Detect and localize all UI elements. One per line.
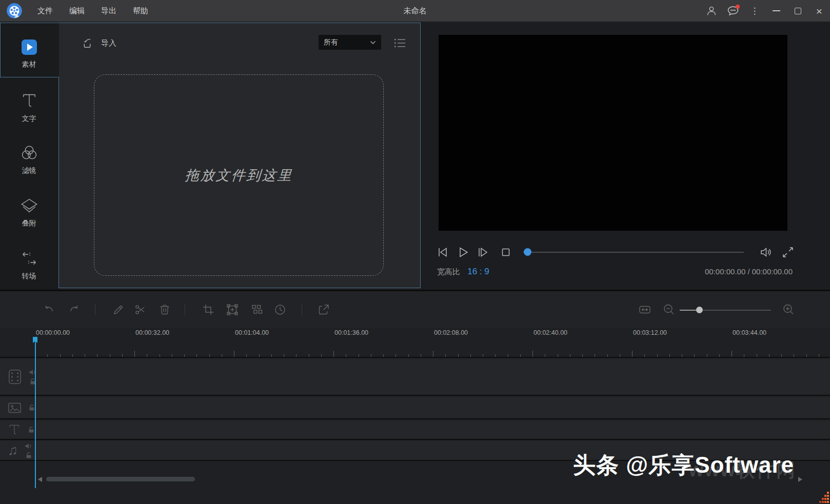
speaker-icon[interactable] <box>25 442 32 450</box>
user-account-button[interactable] <box>701 0 722 22</box>
menu-export[interactable]: 导出 <box>94 4 124 18</box>
chevron-down-icon <box>370 41 376 45</box>
export-clip-button[interactable] <box>317 303 330 316</box>
lock-open-icon[interactable] <box>28 426 35 433</box>
toolbar-divider <box>185 304 185 315</box>
aspect-ratio-value[interactable]: 16 : 9 <box>467 267 489 276</box>
zoom-in-button[interactable] <box>782 303 795 316</box>
corner-pixel-logo <box>819 491 830 504</box>
duration-button[interactable] <box>273 303 287 316</box>
previous-frame-button[interactable] <box>436 245 450 259</box>
user-icon <box>706 5 717 16</box>
active-tab-divider <box>0 77 59 77</box>
overlay-diamond-icon <box>20 197 38 214</box>
list-view-button[interactable] <box>393 37 406 51</box>
stop-button[interactable] <box>499 245 513 259</box>
list-view-icon <box>393 37 406 49</box>
lock-open-icon[interactable] <box>25 452 32 459</box>
play-icon <box>456 245 470 259</box>
minimize-button[interactable] <box>765 0 787 22</box>
delete-button[interactable] <box>158 303 171 316</box>
sidebar-item-text[interactable]: 文字 <box>0 83 58 132</box>
import-icon <box>82 37 94 49</box>
minimize-icon <box>773 10 780 11</box>
timecode: 00:00:00.00 / 00:00:00.00 <box>705 267 793 276</box>
ruler-timestamp: 00:01:04.00 <box>235 329 269 336</box>
cut-button[interactable] <box>134 303 147 316</box>
seek-handle[interactable] <box>524 248 531 256</box>
ruler-timestamp: 00:02:08.00 <box>434 329 468 336</box>
crop-icon <box>202 303 215 316</box>
seek-slider[interactable] <box>523 252 744 253</box>
ruler-timestamp: 00:00:00.00 <box>36 329 70 336</box>
sidebar: 素材 文字 滤镜 叠附 <box>0 22 59 290</box>
track-picture[interactable] <box>0 397 830 419</box>
edit-button[interactable] <box>112 303 125 316</box>
menu-edit[interactable]: 编辑 <box>62 4 92 18</box>
fit-timeline-button[interactable] <box>638 303 651 316</box>
scroll-left-arrow[interactable] <box>38 477 42 482</box>
stop-icon <box>499 245 513 259</box>
track-audio-header: ♫ <box>0 441 56 460</box>
track-text[interactable] <box>0 420 830 440</box>
close-icon: × <box>816 6 822 16</box>
text-t-icon <box>21 92 37 109</box>
timeline-zoom-handle[interactable] <box>696 307 703 313</box>
crop-button[interactable] <box>202 303 215 316</box>
ruler-timestamp: 00:01:36.00 <box>334 329 368 336</box>
ruler-timestamp: 00:03:12.00 <box>633 329 667 336</box>
fullscreen-icon <box>781 245 795 259</box>
sidebar-item-overlay[interactable]: 叠附 <box>0 188 58 237</box>
lock-open-icon[interactable] <box>28 404 35 411</box>
transform-button[interactable] <box>226 303 239 316</box>
redo-button[interactable] <box>67 303 81 316</box>
menu-bar: 文件 编辑 导出 帮助 <box>30 4 155 18</box>
import-button[interactable]: 导入 <box>82 37 116 49</box>
menu-file[interactable]: 文件 <box>30 4 60 18</box>
fullscreen-button[interactable] <box>781 245 795 259</box>
undo-icon <box>43 303 56 316</box>
timeline-scrollbar-thumb[interactable] <box>46 477 195 481</box>
sidebar-item-filter[interactable]: 滤镜 <box>0 135 58 185</box>
sidebar-item-media[interactable]: 素材 <box>0 30 58 79</box>
sidebar-item-label: 素材 <box>22 60 36 69</box>
track-video-header <box>0 359 56 395</box>
next-frame-button[interactable] <box>476 245 490 259</box>
scroll-right-arrow[interactable] <box>798 477 802 482</box>
sidebar-item-label: 滤镜 <box>22 166 36 175</box>
mosaic-button[interactable] <box>250 303 264 316</box>
zoom-out-button[interactable] <box>662 303 676 316</box>
track-video[interactable] <box>0 359 830 396</box>
media-filter-dropdown[interactable]: 所有 <box>319 35 381 50</box>
titlebar: 文件 编辑 导出 帮助 未命名 ⋮ × <box>0 0 830 22</box>
play-button[interactable] <box>456 245 470 259</box>
maximize-button[interactable] <box>787 0 808 22</box>
undo-button[interactable] <box>43 303 56 316</box>
app-logo-icon <box>7 3 22 18</box>
sidebar-item-label: 叠附 <box>22 219 36 228</box>
volume-button[interactable] <box>759 245 774 259</box>
more-options-button[interactable]: ⋮ <box>744 0 765 22</box>
feedback-chat-button[interactable] <box>722 0 744 22</box>
close-button[interactable]: × <box>808 0 830 22</box>
timeline-toolbar <box>0 290 830 328</box>
export-share-icon <box>317 303 330 316</box>
timeline-ruler[interactable]: 00:00:00.00 00:00:32.00 00:01:04.00 00:0… <box>0 328 830 358</box>
panel-outline-bottom <box>58 288 421 288</box>
previous-frame-icon <box>436 245 450 259</box>
toolbar-divider <box>95 304 95 315</box>
playhead-line[interactable] <box>35 337 36 488</box>
transition-arrows-icon <box>20 250 38 267</box>
timeline-panel: 00:00:00.00 00:00:32.00 00:01:04.00 00:0… <box>0 328 830 504</box>
panel-outline-top <box>0 23 421 23</box>
dropzone-hint: 拖放文件到这里 <box>184 166 293 185</box>
ruler-timestamp: 00:00:32.00 <box>135 329 169 336</box>
next-frame-icon <box>476 245 490 259</box>
filmstrip-icon <box>8 369 22 385</box>
track-text-header <box>0 420 56 439</box>
sidebar-item-label: 转场 <box>22 272 36 281</box>
media-dropzone[interactable]: 拖放文件到这里 <box>94 74 384 276</box>
watermark-text: 头条 @乐享Software <box>573 450 794 480</box>
menu-help[interactable]: 帮助 <box>126 4 155 18</box>
sidebar-item-transition[interactable]: 转场 <box>0 241 58 290</box>
